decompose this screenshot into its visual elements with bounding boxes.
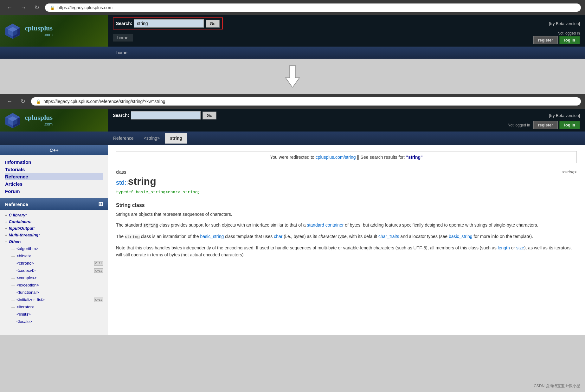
url-bar-2[interactable]: 🔒 https://legacy.cplusplus.com/reference…: [31, 97, 581, 106]
not-logged-1: Not logged in: [533, 31, 580, 35]
para-1: Strings are objects that represent seque…: [116, 211, 577, 218]
ref-exception-link[interactable]: <exception>: [16, 282, 39, 288]
ref-iterator-link[interactable]: <iterator>: [16, 304, 34, 310]
register-button-1[interactable]: register: [533, 36, 558, 44]
logo-text-area-1: cplusplus .com: [25, 24, 53, 37]
class-name-display: std::string: [116, 176, 156, 187]
forward-button-1[interactable]: →: [18, 3, 29, 12]
ref-containers[interactable]: + Containers:: [5, 218, 103, 225]
redirect-sep: || See search results for:: [357, 155, 406, 160]
header-right-area-2: Search: Go [try Beta version] Not logged…: [108, 109, 585, 132]
para3-link4[interactable]: basic_string: [449, 234, 473, 239]
down-arrow-icon: [285, 65, 300, 87]
para-2: The standard string class provides suppo…: [116, 222, 577, 229]
ref-algorithm-link[interactable]: <algorithm>: [16, 246, 38, 252]
dash-exception: —: [11, 283, 15, 287]
ref-bitset-link[interactable]: <bitset>: [16, 253, 31, 259]
browser-1: ← → ↻ 🔒 https://legacy.cplusplus.com cpl…: [0, 0, 585, 59]
dash-functional: —: [11, 291, 15, 294]
logo-com-2: .com: [25, 122, 53, 126]
breadcrumb-string-header[interactable]: <string>: [139, 133, 165, 144]
arrow-container: [0, 59, 585, 94]
para3-link3[interactable]: char_traits: [378, 234, 399, 239]
para3-pre: The: [116, 234, 125, 239]
search-go-button-1[interactable]: Go: [206, 20, 219, 28]
ref-functional-link[interactable]: <functional>: [16, 289, 39, 295]
class-header-area: class std::string <string>: [116, 170, 577, 187]
logo-area-1: cplusplus .com: [0, 15, 108, 47]
expand-containers-icon: +: [5, 220, 7, 224]
para2-link[interactable]: standard container: [307, 222, 344, 228]
site-header-1: cplusplus .com Search: Go [try Beta vers…: [0, 15, 585, 47]
not-logged-2: Not logged in: [508, 123, 530, 127]
search-box-1[interactable]: Search: Go: [113, 17, 223, 29]
para3-link1[interactable]: basic_string: [200, 234, 224, 239]
para4-link2[interactable]: size: [516, 245, 524, 250]
ref-input-output[interactable]: + Input/Output:: [5, 225, 103, 232]
logo-cube-2: [4, 112, 22, 129]
sidebar-articles[interactable]: Articles: [5, 180, 103, 188]
para3-mid2: class template that uses: [224, 234, 274, 239]
back-button-2[interactable]: ←: [4, 97, 15, 106]
search-input-1[interactable]: [134, 19, 204, 28]
ref-other[interactable]: − Other:: [5, 238, 103, 245]
ref-c-library[interactable]: + C library:: [5, 212, 103, 218]
login-button-2[interactable]: log in: [559, 121, 580, 129]
redirect-link-1[interactable]: cplusplus.com/string: [316, 155, 356, 160]
para4-text: Note that this class handles bytes indep…: [116, 245, 498, 250]
refresh-button-1[interactable]: ↻: [32, 3, 42, 12]
sidebar-information[interactable]: Information: [5, 158, 103, 166]
dash-initlist: —: [11, 298, 15, 302]
back-button-1[interactable]: ←: [4, 3, 15, 12]
ref-containers-label: Containers:: [9, 219, 31, 224]
register-button-2[interactable]: register: [533, 121, 558, 129]
ref-algorithm: — <algorithm>: [5, 245, 103, 252]
class-label-text: class: [116, 170, 156, 175]
breadcrumb-string-active[interactable]: string: [165, 133, 187, 144]
ref-limits: — <limits>: [5, 311, 103, 318]
nav-bar-1: home: [0, 47, 585, 59]
ref-complex-link[interactable]: <complex>: [16, 275, 37, 281]
site-header-2: cplusplus .com Search: Go [try Beta vers…: [0, 109, 585, 132]
ref-exception: — <exception>: [5, 281, 103, 289]
para3-mid4: , with its default: [347, 234, 378, 239]
ref-limits-link[interactable]: <limits>: [16, 311, 31, 317]
search-go-button-2[interactable]: Go: [202, 112, 216, 119]
redirect-link-2: "string": [406, 155, 423, 160]
logo-cube-1: [4, 22, 22, 40]
nav-area-1: home: [113, 34, 133, 42]
search-input-2[interactable]: [131, 111, 201, 119]
auth-area-1: Not logged in register log in: [533, 31, 580, 44]
nav-home-1[interactable]: home: [113, 34, 133, 42]
ref-multithreading[interactable]: + Multi-threading:: [5, 232, 103, 238]
reference-expand-icon[interactable]: ⊞: [98, 201, 103, 208]
std-prefix: std::: [116, 179, 128, 186]
ref-c-library-label: C library:: [9, 213, 27, 217]
sidebar-reference[interactable]: Reference: [5, 173, 103, 180]
ref-initlist-link[interactable]: <initializer_list>: [16, 297, 45, 303]
breadcrumb-reference[interactable]: Reference: [108, 133, 139, 144]
ref-locale: — <locale>: [5, 318, 103, 325]
ref-mt-label: Multi-threading:: [9, 233, 40, 237]
search-box-2[interactable]: Search: Go: [113, 111, 216, 119]
string-location: <string>: [562, 170, 577, 174]
para2-mid: class provides support for such objects …: [158, 222, 307, 228]
para-3: The string class is an instantiation of …: [116, 233, 577, 241]
ref-codecvt: — <codecvt> C+11: [5, 267, 103, 274]
nav-home-link-1[interactable]: home: [111, 48, 132, 57]
para3-link2[interactable]: char: [274, 234, 282, 239]
expand-io-icon: +: [5, 227, 7, 230]
sidebar-forum[interactable]: Forum: [5, 188, 103, 195]
ref-locale-link[interactable]: <locale>: [16, 318, 32, 325]
ref-chrono-link[interactable]: <chrono>: [16, 260, 34, 266]
reference-panel-title: Reference: [5, 202, 28, 207]
login-button-1[interactable]: log in: [559, 36, 580, 44]
para3-mid: class is an instantiation of the: [140, 234, 200, 239]
sidebar-tutorials[interactable]: Tutorials: [5, 166, 103, 173]
para4-link1[interactable]: length: [498, 245, 510, 250]
url-bar-1[interactable]: 🔒 https://legacy.cplusplus.com: [45, 3, 581, 12]
ref-codecvt-link[interactable]: <codecvt>: [16, 267, 35, 273]
ref-complex: — <complex>: [5, 274, 103, 281]
auth-buttons-1: register log in: [533, 36, 580, 44]
refresh-button-2[interactable]: ↻: [18, 97, 28, 106]
